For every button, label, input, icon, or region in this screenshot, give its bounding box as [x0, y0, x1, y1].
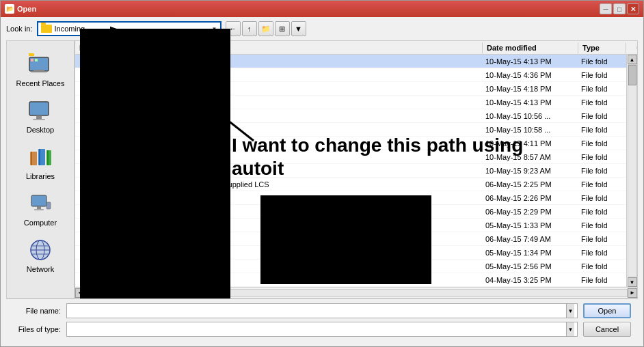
title-bar: 📂 Open ─ □ ✕ — [1, 1, 643, 17]
file-name-text: I ole Trend — [104, 235, 139, 243]
nav-buttons: ← ↑ 📁 ⊞ ▼ — [226, 21, 306, 36]
file-folder-icon — [92, 180, 101, 188]
file-date-cell: 10-May-15 9:23 AM — [483, 167, 578, 175]
file-folder-icon — [92, 249, 101, 256]
close-button[interactable]: ✕ — [627, 3, 639, 14]
file-name-cell: I — [75, 98, 483, 107]
table-row[interactable]: ☑ I 10-May-15 4:13 PM File fold — [75, 55, 626, 68]
nav-back-button[interactable]: ← — [226, 21, 241, 36]
hscroll-track[interactable] — [85, 289, 628, 297]
nav-up-button[interactable]: ↑ — [242, 21, 257, 36]
file-date-cell: 10-May-15 10:56 ... — [483, 112, 578, 120]
file-name-cell: I nal Supp — [75, 194, 483, 202]
look-in-dropdown[interactable]: Incoming ▼ — [37, 21, 222, 36]
file-type-dropdown[interactable]: ▼ — [566, 322, 574, 336]
scroll-down-arrow[interactable]: ▼ — [628, 277, 637, 287]
hscroll-left-arrow[interactable]: ◄ — [75, 288, 85, 298]
file-name-cell: I — [75, 126, 483, 134]
computer-icon — [28, 191, 53, 216]
file-date-cell: 05-May-15 2:56 PM — [483, 262, 578, 270]
table-row[interactable]: I L FILE QI 05-May-15 2:56 PM File fold — [75, 260, 626, 273]
table-row[interactable]: I 10-May-15 9:23 AM File fold — [75, 164, 626, 178]
file-checkbox[interactable]: ☑ — [78, 57, 89, 66]
network-icon — [28, 238, 53, 262]
file-type-cell: File fold — [578, 221, 626, 230]
file-type-row: Files of type: ▼ Cancel — [13, 322, 631, 337]
svg-rect-11 — [31, 152, 32, 165]
file-folder-icon — [92, 208, 101, 215]
table-row[interactable]: I s on the Mounting arrangement of Suppl… — [75, 178, 626, 191]
cancel-button[interactable]: Cancel — [583, 322, 631, 337]
file-type-cell: File fold — [578, 71, 626, 79]
table-row[interactable]: I 10-May-15 4:13 PM File fold — [75, 96, 626, 109]
file-list-area: Name Date modified Type ☑ I 10-May-15 4:… — [75, 40, 638, 299]
table-row[interactable]: I 10-May-15 4:18 PM File fold — [75, 82, 626, 96]
sidebar-item-network[interactable]: Network — [7, 232, 74, 279]
sidebar-item-recent-places-label: Recent Places — [16, 79, 65, 87]
nav-newfolder-button[interactable]: 📁 — [258, 21, 273, 36]
dropdown-arrow-icon: ▼ — [212, 26, 217, 32]
file-folder-icon — [92, 139, 101, 147]
file-name-cell: I box has el — [75, 221, 483, 230]
file-type-cell: File fold — [578, 194, 626, 202]
file-name-text: I — [104, 98, 106, 107]
file-name-input-container[interactable]: ▼ — [66, 303, 578, 318]
table-row[interactable]: I g Hando 06-May-15 2:29 PM File fold — [75, 205, 626, 219]
minimize-button[interactable]: ─ — [600, 3, 612, 14]
table-row[interactable]: I 10-May-15 4:36 PM File fold — [75, 68, 626, 82]
table-row[interactable]: I 10-May-15 4:11 PM File fold — [75, 137, 626, 150]
table-row[interactable]: I 10-May-15 8:57 AM File fold — [75, 150, 626, 164]
nav-views-dropdown[interactable]: ▼ — [291, 21, 306, 36]
sidebar-item-libraries[interactable]: Libraries — [7, 139, 74, 186]
file-date-cell: 10-May-15 4:36 PM — [483, 71, 578, 79]
file-folder-icon — [92, 262, 101, 270]
table-row[interactable]: I box has el 05-May-15 1:33 PM File fold — [75, 219, 626, 232]
svg-rect-17 — [34, 209, 44, 210]
file-date-cell: 06-May-15 2:26 PM — [483, 194, 578, 202]
hscroll-thumb[interactable] — [85, 290, 113, 296]
open-button[interactable]: Open — [583, 303, 631, 318]
horizontal-scrollbar[interactable]: ◄ ► — [75, 287, 637, 298]
table-row[interactable]: I 10-May-15 10:56 ... File fold — [75, 109, 626, 123]
vertical-scrollbar[interactable]: ▲ ▼ — [626, 55, 637, 287]
sidebar-item-computer[interactable]: Computer — [7, 186, 74, 232]
table-row[interactable]: I ompletio 04-May-15 3:25 PM File fold — [75, 273, 626, 287]
scroll-track[interactable] — [628, 64, 637, 277]
file-type-cell: File fold — [578, 167, 626, 175]
svg-rect-6 — [29, 102, 49, 115]
table-row[interactable]: I 10-May-15 10:58 ... File fold — [75, 123, 626, 137]
file-folder-icon — [92, 167, 101, 174]
column-header-type[interactable]: Type — [578, 42, 626, 53]
table-row[interactable]: I nal Supp 06-May-15 2:26 PM File fold — [75, 191, 626, 205]
sidebar-item-recent-places[interactable]: Recent Places — [7, 46, 74, 93]
desktop-icon — [28, 98, 53, 123]
title-bar-left: 📂 Open — [5, 4, 36, 14]
file-name-text: I — [104, 112, 106, 120]
hscroll-right-arrow[interactable]: ► — [628, 288, 637, 298]
file-date-cell: 10-May-15 10:58 ... — [483, 126, 578, 134]
sidebar-item-desktop[interactable]: Desktop — [7, 93, 74, 139]
open-dialog: 📂 Open ─ □ ✕ Look in: Incoming ▼ ← ↑ 📁 ⊞… — [0, 0, 644, 347]
scroll-thumb[interactable] — [628, 65, 636, 85]
table-row[interactable]: I ancy in T 05-May-15 1:34 PM File fold — [75, 246, 626, 260]
svg-rect-7 — [36, 115, 42, 119]
svg-rect-4 — [31, 59, 33, 61]
file-folder-icon — [92, 98, 101, 106]
maximize-button[interactable]: □ — [613, 3, 626, 14]
scroll-up-arrow[interactable]: ▲ — [628, 55, 637, 64]
column-header-date[interactable]: Date modified — [483, 42, 578, 53]
nav-views-button[interactable]: ⊞ — [275, 21, 290, 36]
file-type-cell: File fold — [578, 249, 626, 257]
file-date-cell: 10-May-15 4:13 PM — [483, 57, 578, 66]
column-header-name[interactable]: Name — [75, 42, 483, 53]
sidebar-item-network-label: Network — [27, 265, 54, 273]
file-type-input-container[interactable]: ▼ — [66, 322, 578, 337]
file-type-cell: File fold — [578, 180, 626, 189]
svg-rect-15 — [31, 195, 46, 206]
file-folder-icon — [92, 235, 101, 242]
table-row[interactable]: I ole Trend 06-May-15 7:49 AM File fold — [75, 232, 626, 246]
file-name-dropdown[interactable]: ▼ — [566, 304, 574, 318]
sidebar-item-computer-label: Computer — [24, 219, 57, 227]
file-name-text: I s on the Mounting arrangement of Suppl… — [104, 180, 269, 189]
file-type-cell: File fold — [578, 262, 626, 270]
